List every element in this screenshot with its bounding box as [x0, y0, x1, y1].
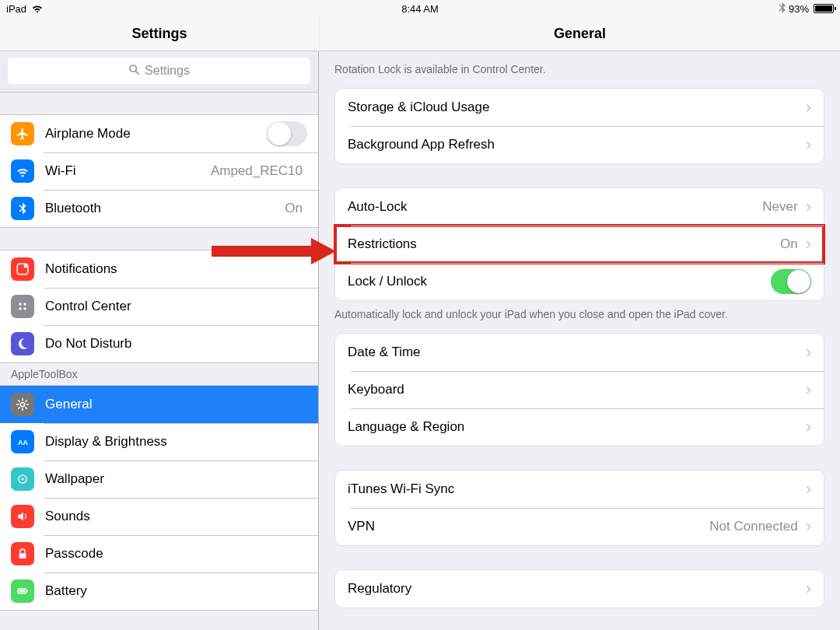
device-name: iPad [6, 3, 26, 15]
rotation-lock-note: Rotation Lock is available in Control Ce… [319, 51, 840, 88]
detail-group-sync: iTunes Wi-Fi Sync › VPN Not Connected › [334, 470, 824, 546]
status-bar: iPad 8:44 AM 93% [0, 0, 840, 17]
svg-point-4 [19, 303, 21, 305]
svg-text:AA: AA [18, 439, 28, 446]
detail-group-storage: Storage & iCloud Usage › Background App … [334, 88, 824, 164]
svg-point-3 [24, 264, 28, 268]
row-regulatory[interactable]: Regulatory › [335, 570, 824, 607]
row-lock-unlock[interactable]: Lock / Unlock [335, 263, 824, 300]
wifi-icon [11, 159, 34, 183]
settings-sidebar[interactable]: Settings Airplane Mode Wi-Fi Amped_REC10… [0, 51, 319, 630]
notifications-icon [11, 257, 34, 281]
row-value: Amped_REC10 [211, 163, 303, 179]
chevron-right-icon: › [806, 381, 811, 398]
row-background-app-refresh[interactable]: Background App Refresh › [335, 126, 824, 163]
airplane-toggle[interactable] [267, 121, 307, 146]
chevron-right-icon: › [806, 481, 811, 498]
row-label: Control Center [45, 299, 307, 314]
sidebar-item-bluetooth[interactable]: Bluetooth On [0, 190, 318, 227]
row-auto-lock[interactable]: Auto-Lock Never › [335, 188, 824, 226]
row-label: VPN [348, 519, 709, 534]
row-label: Battery [45, 583, 307, 599]
sidebar-item-dnd[interactable]: Do Not Disturb [0, 325, 318, 362]
search-input[interactable]: Settings [8, 58, 310, 84]
control-center-icon [11, 295, 34, 318]
svg-point-11 [22, 478, 24, 481]
sidebar-item-general[interactable]: General [0, 386, 318, 423]
bluetooth-icon [779, 2, 786, 16]
svg-marker-17 [311, 238, 336, 264]
svg-rect-14 [26, 590, 28, 593]
row-label: Do Not Disturb [45, 336, 307, 352]
sidebar-item-control-center[interactable]: Control Center [0, 288, 318, 325]
chevron-right-icon: › [806, 418, 811, 436]
row-label: Wallpaper [45, 471, 307, 487]
chevron-right-icon: › [806, 236, 811, 253]
search-placeholder: Settings [145, 64, 190, 78]
row-label: Wi-Fi [45, 163, 211, 179]
row-label: Lock / Unlock [348, 274, 771, 289]
svg-point-8 [20, 402, 24, 406]
chevron-right-icon: › [806, 344, 811, 361]
row-date-time[interactable]: Date & Time › [335, 334, 824, 371]
sidebar-item-wifi[interactable]: Wi-Fi Amped_REC10 [0, 152, 318, 190]
moon-icon [11, 332, 34, 355]
row-vpn[interactable]: VPN Not Connected › [335, 508, 824, 545]
row-itunes-wifi-sync[interactable]: iTunes Wi-Fi Sync › [335, 471, 824, 508]
sidebar-group-alerts: Notifications Control Center Do Not Dist… [0, 250, 318, 363]
row-label: Bluetooth [45, 201, 285, 216]
row-language-region[interactable]: Language & Region › [335, 408, 824, 446]
search-icon [128, 64, 140, 79]
battery-icon [814, 4, 834, 13]
lock-unlock-toggle[interactable] [771, 269, 811, 294]
sidebar-title: Settings [0, 17, 319, 51]
detail-group-regulatory: Regulatory › [334, 569, 824, 608]
sidebar-item-wallpaper[interactable]: Wallpaper [0, 460, 318, 498]
lock-icon [11, 542, 34, 565]
row-value: On [780, 236, 798, 252]
row-label: Airplane Mode [45, 126, 267, 142]
sidebar-item-airplane[interactable]: Airplane Mode [0, 115, 318, 152]
row-label: Auto-Lock [348, 199, 762, 215]
svg-rect-15 [19, 590, 26, 593]
row-label: Regulatory [348, 581, 803, 597]
sidebar-item-battery[interactable]: Battery [0, 572, 318, 610]
sidebar-group-device: General AA Display & Brightness Wallpape… [0, 385, 318, 611]
row-value: Never [762, 199, 797, 215]
row-label: Background App Refresh [348, 137, 803, 152]
svg-rect-12 [19, 553, 26, 558]
row-keyboard[interactable]: Keyboard › [335, 371, 824, 408]
callout-arrow-icon [212, 238, 336, 264]
wallpaper-icon [11, 467, 34, 491]
lock-unlock-footer: Automatically lock and unlock your iPad … [319, 301, 840, 333]
airplane-icon [11, 122, 34, 145]
row-label: Display & Brightness [45, 434, 307, 450]
sidebar-group-connectivity: Airplane Mode Wi-Fi Amped_REC10 Bluetoot… [0, 114, 318, 228]
row-label: Passcode [45, 546, 307, 562]
row-value: Not Connected [709, 519, 797, 534]
chevron-right-icon: › [806, 580, 811, 597]
row-value: On [285, 201, 303, 216]
row-label: Keyboard [348, 382, 803, 397]
sounds-icon [11, 505, 34, 528]
wifi-icon [31, 3, 44, 15]
battery-icon [11, 579, 34, 603]
row-storage-icloud[interactable]: Storage & iCloud Usage › [335, 89, 824, 126]
row-label: iTunes Wi-Fi Sync [348, 481, 803, 497]
general-detail[interactable]: Rotation Lock is available in Control Ce… [319, 51, 840, 630]
row-label: Storage & iCloud Usage [348, 100, 803, 115]
sidebar-item-sounds[interactable]: Sounds [0, 498, 318, 535]
chevron-right-icon: › [806, 198, 811, 215]
group-header-appletoolbox: AppleToolBox [0, 363, 318, 385]
row-label: General [45, 397, 307, 412]
chevron-right-icon: › [806, 136, 811, 153]
svg-point-5 [23, 303, 26, 305]
detail-title: General [320, 17, 840, 51]
row-restrictions[interactable]: Restrictions On › [335, 226, 824, 263]
sidebar-item-display[interactable]: AA Display & Brightness [0, 423, 318, 460]
sidebar-item-passcode[interactable]: Passcode [0, 535, 318, 572]
battery-pct: 93% [789, 3, 809, 15]
bluetooth-icon [11, 197, 34, 220]
row-label: Language & Region [348, 419, 803, 435]
row-label: Sounds [45, 509, 307, 524]
